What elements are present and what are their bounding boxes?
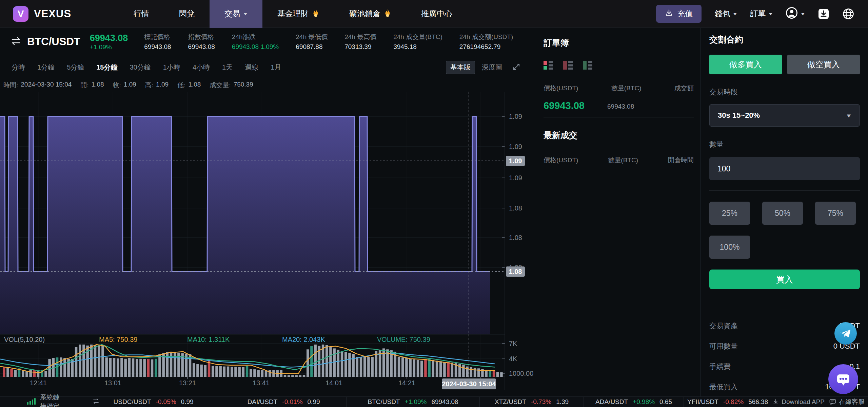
amount-label: 數量 [709, 140, 860, 149]
amount-input[interactable] [709, 157, 860, 180]
latest-trades-headers: 價格(USDT)數量(BTC)開倉時間 [544, 156, 694, 165]
ohlc-item: 時間:2024-03-30 15:04 [3, 81, 72, 90]
footer-pair-name: XTZ/USDT [495, 398, 526, 406]
stat-label: 24h 成交量(BTC) [393, 32, 442, 42]
view-basic-button[interactable]: 基本版 [446, 61, 475, 74]
ticker-bar: BTC/USDT 69943.08 +1.09% 標記價格69943.08指數價… [0, 28, 535, 56]
footer-pair-price: 1.39 [556, 398, 569, 406]
footer-pair-price: 0.65 [659, 398, 672, 406]
price-chart[interactable]: 1.091.091.091.081.081.081.091.087K4K1000… [0, 92, 535, 396]
ohlc-text: 時間: [3, 81, 18, 90]
period-select[interactable]: 30s 15~20% ▼ [709, 104, 860, 127]
percent-button-25%[interactable]: 25% [709, 202, 750, 225]
svg-text:1000.00: 1000.00 [509, 370, 533, 377]
short-buy-button[interactable]: 做空買入 [787, 55, 860, 74]
stat-value: 69943.08 [144, 42, 171, 52]
buy-button[interactable]: 買入 [709, 270, 860, 289]
customer-service-icon[interactable] [828, 364, 858, 394]
trades-header: 開倉時間 [668, 156, 694, 165]
download-app-link[interactable]: Download APP [773, 398, 825, 406]
footer-pair-name: DAI/USDT [248, 398, 278, 406]
footer-ticker-section: YFII/USDT-0.82%566.38Download APP在線客服 [684, 397, 868, 407]
wallet-menu[interactable]: 錢包▼ [714, 8, 737, 19]
globe-icon[interactable] [842, 8, 854, 20]
footer-ticker[interactable]: USDC/USDT-0.05%0.99 [114, 398, 194, 406]
svg-text:14:21: 14:21 [398, 379, 415, 387]
pair-selector[interactable]: BTC/USDT [10, 36, 80, 48]
swap-pairs-icon[interactable] [93, 398, 99, 406]
footer-ticker[interactable]: DAI/USDT-0.01%0.99 [248, 398, 320, 406]
online-support-link[interactable]: 在線客服 [829, 397, 865, 406]
stat-label: 標記價格 [144, 32, 171, 42]
chevron-down-icon: ▼ [243, 12, 249, 16]
ohlc-item: 高:1.09 [145, 81, 169, 90]
timeframe-1月[interactable]: 1月 [264, 63, 287, 72]
orderbook-title: 訂單簿 [544, 37, 694, 49]
timeframe-週線[interactable]: 週線 [239, 63, 264, 72]
orders-menu[interactable]: 訂單▼ [750, 8, 773, 19]
timeframe-1小時[interactable]: 1小時 [157, 63, 186, 72]
svg-text:2024-03-30 15:04: 2024-03-30 15:04 [442, 380, 496, 388]
stat-value: 69087.88 [296, 42, 328, 52]
stat-value: 3945.18 [393, 42, 442, 52]
divider [709, 190, 860, 191]
nav-item-基金理財[interactable]: 基金理財 [262, 0, 334, 28]
fullscreen-icon[interactable] [512, 63, 520, 72]
wallet-label: 錢包 [714, 8, 730, 19]
percent-button-75%[interactable]: 75% [815, 202, 856, 225]
nav-item-label: 推廣中心 [421, 8, 452, 19]
timeframe-1分鐘[interactable]: 1分鐘 [31, 63, 61, 72]
view-depth-button[interactable]: 深度圖 [478, 61, 506, 74]
percent-buttons: 25%50%75% [709, 202, 860, 225]
telegram-icon[interactable] [834, 322, 857, 345]
footer-pair-price: 69943.08 [431, 398, 458, 406]
nav-item-label: 礦池鎖倉 [349, 8, 380, 19]
nav-item-推廣中心[interactable]: 推廣中心 [406, 0, 467, 28]
orderbook-asks-icon[interactable] [563, 61, 574, 72]
long-buy-button[interactable]: 做多買入 [709, 55, 782, 74]
percent-button-100%[interactable]: 100% [709, 236, 750, 259]
footer-pair-change: -0.82% [723, 398, 744, 406]
orderbook-both-icon[interactable] [544, 61, 554, 72]
download-app-label: Download APP [782, 398, 825, 406]
nav-item-閃兌[interactable]: 閃兌 [164, 0, 210, 28]
ticker-stat: 24h 最高價70313.39 [344, 32, 376, 52]
percent-button-50%[interactable]: 50% [762, 202, 803, 225]
stat-label: 24h 成交額(USDT) [459, 32, 513, 42]
footer-pair-price: 0.99 [181, 398, 194, 406]
divider [292, 63, 292, 72]
profile-menu[interactable]: ▼ [786, 7, 805, 21]
timeframe-1天[interactable]: 1天 [216, 63, 239, 72]
swap-icon [10, 36, 22, 48]
period-label: 交易時段 [709, 87, 860, 97]
svg-text:1.09: 1.09 [509, 174, 522, 182]
orderbook-amount: 69943.08 [607, 103, 634, 110]
stat-label: 24h 最高價 [344, 32, 376, 42]
orderbook-bids-icon[interactable] [583, 61, 594, 72]
footer-ticker[interactable]: BTC/USDT+1.09%69943.08 [368, 398, 458, 406]
timeframe-30分鐘[interactable]: 30分鐘 [124, 63, 157, 72]
latest-trades-title: 最新成交 [544, 130, 694, 141]
brand[interactable]: V VEXUS [13, 6, 71, 22]
svg-text:1.09: 1.09 [509, 113, 522, 120]
timeframe-分時[interactable]: 分時 [5, 63, 31, 72]
deposit-button[interactable]: 充值 [656, 5, 702, 23]
footer-pair-name: ADA/USDT [595, 398, 628, 406]
timeframe-15分鐘[interactable]: 15分鐘 [90, 63, 123, 72]
ohlc-text: 低: [177, 81, 185, 90]
footer-ticker[interactable]: ADA/USDT+0.98%0.65 [595, 398, 672, 406]
footer-ticker[interactable]: XTZ/USDT-0.73%1.39 [495, 398, 569, 406]
nav-item-礦池鎖倉[interactable]: 礦池鎖倉 [334, 0, 406, 28]
timeframe-4小時[interactable]: 4小時 [186, 63, 216, 72]
footer-ticker[interactable]: YFII/USDT-0.82%566.38 [687, 398, 768, 406]
nav-item-交易[interactable]: 交易▼ [210, 0, 262, 28]
asset-row-label: 手續費 [709, 362, 731, 371]
ohlc-item: 低:1.08 [177, 81, 201, 90]
nav-item-行情[interactable]: 行情 [119, 0, 164, 28]
last-change: +1.09% [90, 43, 128, 51]
svg-text:1.09: 1.09 [509, 143, 522, 150]
asset-row-label: 最低買入 [709, 382, 738, 392]
timeframe-5分鐘[interactable]: 5分鐘 [61, 63, 90, 72]
download-app-icon[interactable] [818, 8, 829, 20]
stat-value: 69943.08 [188, 42, 215, 52]
